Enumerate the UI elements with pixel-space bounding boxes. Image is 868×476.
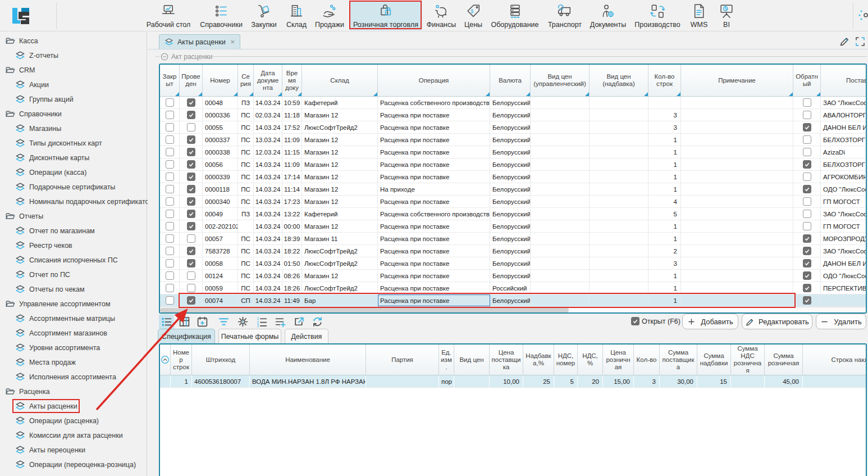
sidebar-item-Отчет по магазинам[interactable]: Отчет по магазинам xyxy=(0,224,147,238)
column-header-note[interactable]: Примечание xyxy=(681,65,793,96)
posted-checkbox[interactable] xyxy=(187,271,195,280)
mid-toolbar-refresh[interactable] xyxy=(310,314,325,329)
sidebar-group-Справочники[interactable]: Справочники xyxy=(0,107,147,121)
sidebar-item-Ассортимент магазинов[interactable]: Ассортимент магазинов xyxy=(0,326,147,341)
column-header-price_type_mgmt[interactable]: Вид цен (управленческий) xyxy=(531,65,590,96)
posted-checkbox[interactable] xyxy=(187,173,195,181)
reverse-checkbox[interactable] xyxy=(803,284,811,292)
column-header-time[interactable]: Время доку xyxy=(282,65,302,96)
mid-toolbar-view-list[interactable] xyxy=(159,314,174,329)
toolbar-item-production[interactable]: Производство xyxy=(631,1,684,30)
toolbar-item-warehouse[interactable]: Склад xyxy=(282,1,310,30)
acts-grid-row-0000337[interactable]: 0000337ПС13.03.2411:09Магазин 12Расценка… xyxy=(160,134,866,146)
mid-toolbar-numbered-list[interactable]: 123 xyxy=(254,314,269,329)
posted-checkbox[interactable] xyxy=(187,123,195,132)
detail-column-header-vat_num[interactable]: НДС, номер xyxy=(554,344,578,375)
toolbar-item-bi[interactable]: BI xyxy=(714,1,739,30)
detail-column-header-markup_sum[interactable]: Сумма надбавки xyxy=(697,344,731,375)
sidebar-item-Дисконтные карты[interactable]: Дисконтные карты xyxy=(0,151,147,165)
closed-checkbox[interactable] xyxy=(166,160,174,169)
posted-checkbox[interactable] xyxy=(187,135,195,144)
sidebar-group-Отчеты[interactable]: Отчеты xyxy=(0,209,147,224)
open-checkbox[interactable]: Открыт (F6) xyxy=(631,317,680,325)
sidebar-item-Исполнения ассортимента[interactable]: Исполнения ассортимента xyxy=(0,370,147,384)
detail-column-header-price_type[interactable]: Вид цен xyxy=(454,344,490,375)
detail-column-header-supplier_sum[interactable]: Сумма поставщика xyxy=(660,344,697,375)
detail-column-header-vat_pct[interactable]: НДС, % xyxy=(578,344,603,375)
open-f6-checkbox[interactable] xyxy=(631,317,639,325)
mid-toolbar-view-calendar[interactable] xyxy=(195,314,210,329)
closed-checkbox[interactable] xyxy=(166,98,174,107)
column-header-number[interactable]: Номер xyxy=(203,65,238,96)
reverse-checkbox[interactable] xyxy=(803,210,811,218)
mid-toolbar-gear[interactable] xyxy=(235,314,250,329)
reverse-checkbox[interactable] xyxy=(803,234,811,243)
sidebar-item-Группы акций[interactable]: Группы акций xyxy=(0,92,147,107)
scrollbar-thumb[interactable] xyxy=(160,308,569,312)
sidebar-group-Управление ассортиментом[interactable]: Управление ассортиментом xyxy=(0,297,147,311)
detail-column-header-markup_pct[interactable]: Надбавка,% xyxy=(523,344,554,375)
closed-checkbox[interactable] xyxy=(166,148,174,156)
closed-checkbox[interactable] xyxy=(166,173,174,181)
sidebar-item-Места продаж[interactable]: Места продаж xyxy=(0,355,147,370)
detail-column-header-invoice_line[interactable]: Строка накладной xyxy=(803,344,867,375)
toolbar-item-finance[interactable]: Финансы xyxy=(423,1,460,30)
toolbar-item-documents[interactable]: Документы xyxy=(586,1,630,30)
mid-toolbar-filter[interactable] xyxy=(216,314,231,329)
reverse-checkbox[interactable] xyxy=(803,259,811,268)
reverse-checkbox[interactable] xyxy=(803,197,811,206)
detail-tab-Печатные формы[interactable]: Печатные формы xyxy=(218,329,281,343)
detail-column-header-line_no[interactable]: Номер строк xyxy=(171,344,192,375)
acts-grid-row-0000340[interactable]: 0000340ПС14.03.2417:23Магазин 12Расценка… xyxy=(160,196,866,208)
reverse-checkbox[interactable] xyxy=(803,296,811,305)
toolbar-item-retail[interactable]: Розничная торговля xyxy=(349,1,422,30)
sidebar-item-Z-отчеты[interactable]: Z-отчеты xyxy=(0,48,147,63)
column-header-posted[interactable]: Проведен xyxy=(180,65,203,96)
acts-grid-row-00058[interactable]: 00058ПС14.03.2401:50ЛюксСофтТрейд2Расцен… xyxy=(160,257,866,270)
column-header-date[interactable]: Дата документа xyxy=(254,65,282,96)
sidebar-item-Отчеты по чекам[interactable]: Отчеты по чекам xyxy=(0,282,147,297)
acts-grid-row-7583728[interactable]: 7583728ПС14.03.2418:22ЛюксСофтТрейд2Расц… xyxy=(160,245,866,257)
detail-column-header-retail_sum[interactable]: Сумма розничная xyxy=(765,344,803,375)
acts-grid-row-00055[interactable]: 00055ПС14.03.2417:52ЛюксСофтТрейд2Расцен… xyxy=(160,121,866,134)
toolbar-item-equipment[interactable]: Оборудование xyxy=(487,1,542,30)
acts-grid-row-00048[interactable]: 00048ПЗ14.03.2410:59КафетерийРасценка со… xyxy=(160,97,866,109)
toolbar-item-catalog[interactable]: Справочники xyxy=(196,1,246,30)
acts-grid-row-0000336[interactable]: 0000336ПС02.03.2411:18Магазин 12Расценка… xyxy=(160,109,866,121)
toolbar-item-purchases[interactable]: Закупки xyxy=(247,1,281,30)
button-plus[interactable]: Добавить xyxy=(682,314,738,329)
sidebar-item-Номиналы подарочных сертификатов[interactable]: Номиналы подарочных сертификатов xyxy=(0,194,147,209)
reverse-checkbox[interactable] xyxy=(803,271,811,280)
toolbar-item-transport[interactable]: Транспорт xyxy=(544,1,586,30)
closed-checkbox[interactable] xyxy=(166,210,174,218)
detail-column-header-retail_price[interactable]: Цена розничная xyxy=(603,344,634,375)
toolbar-item-wms[interactable]: WMS xyxy=(687,1,712,30)
sidebar-group-Расценка[interactable]: Расценка xyxy=(0,384,147,399)
closed-checkbox[interactable] xyxy=(166,234,174,243)
posted-checkbox[interactable] xyxy=(187,111,195,119)
sidebar-item-Реестр чеков[interactable]: Реестр чеков xyxy=(0,238,147,253)
reverse-checkbox[interactable] xyxy=(803,135,811,144)
detail-column-header-vat_retail_sum[interactable]: Сумма НДС розничная xyxy=(731,344,765,375)
sidebar-item-Акты переоценки[interactable]: Акты переоценки xyxy=(0,443,147,457)
column-header-supplier[interactable]: Поставщик xyxy=(821,65,867,96)
sidebar-item-Типы дисконтных карт[interactable]: Типы дисконтных карт xyxy=(0,136,147,151)
reverse-checkbox[interactable] xyxy=(803,173,811,181)
sidebar-item-Операции (расценка)[interactable]: Операции (расценка) xyxy=(0,414,147,428)
sidebar-item-Ассортиментные матрицы[interactable]: Ассортиментные матрицы xyxy=(0,311,147,326)
posted-checkbox[interactable] xyxy=(187,296,195,305)
sidebar-item-Списания испорченных ПС[interactable]: Списания испорченных ПС xyxy=(0,253,147,268)
posted-checkbox[interactable] xyxy=(187,222,195,230)
mid-toolbar-export[interactable] xyxy=(291,314,307,329)
column-header-series[interactable]: Серия xyxy=(238,65,254,96)
posted-checkbox[interactable] xyxy=(187,210,195,218)
detail-column-header-expander[interactable] xyxy=(160,344,171,375)
reverse-checkbox[interactable] xyxy=(803,222,811,230)
column-header-currency[interactable]: Валюта xyxy=(490,65,531,96)
closed-checkbox[interactable] xyxy=(166,222,174,230)
posted-checkbox[interactable] xyxy=(187,185,195,193)
toolbar-item-sales[interactable]: Продажи xyxy=(311,1,348,30)
column-header-closed[interactable]: Закрыт xyxy=(160,65,180,96)
acts-grid-row-00049[interactable]: 00049ПЗ14.03.2413:22КафетерийРасценка со… xyxy=(160,208,866,220)
detail-column-header-qty[interactable]: Кол-во xyxy=(634,344,660,375)
